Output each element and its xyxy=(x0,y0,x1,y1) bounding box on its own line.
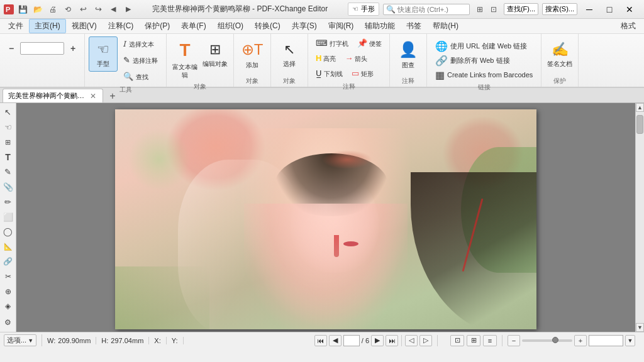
new-tab-btn[interactable]: + xyxy=(106,90,119,102)
edit-obj-btn[interactable]: ⊞ 编辑对象 xyxy=(201,36,230,72)
pdf-area[interactable] xyxy=(16,103,635,332)
qa-extra2[interactable]: ⊡ xyxy=(487,4,500,15)
menu-format[interactable]: 格式 xyxy=(615,19,641,33)
document-tab[interactable]: 完美世界柳神两个黄鹂鸣翠柳 ✕ xyxy=(3,89,103,102)
scroll-track[interactable] xyxy=(636,112,644,323)
zoom-out-status-btn[interactable]: − xyxy=(508,335,520,346)
zoom-out-btn[interactable]: − xyxy=(4,41,19,55)
qa-forward[interactable]: ▶ xyxy=(122,4,135,15)
tool-text[interactable]: T xyxy=(1,150,15,164)
select-options-btn[interactable]: 选项... ▼ xyxy=(4,334,36,346)
qa-redo[interactable]: ↪ xyxy=(92,4,104,15)
menu-bookmark[interactable]: 书签 xyxy=(401,19,427,33)
menu-home[interactable]: 主页(H) xyxy=(29,19,66,33)
prev-page-btn[interactable]: ◀ xyxy=(329,335,341,346)
menu-help[interactable]: 帮助(H) xyxy=(427,19,464,33)
select-note-icon: ✎ xyxy=(123,55,130,66)
menu-form[interactable]: 表单(F) xyxy=(175,19,211,33)
menu-organize[interactable]: 组织(O) xyxy=(212,19,249,33)
sign-doc-btn[interactable]: ✍ 签名文档 xyxy=(545,36,574,72)
zoom-dropdown-btn[interactable]: ▼ xyxy=(625,335,635,346)
tool-stamp[interactable]: ⊕ xyxy=(1,285,15,299)
menu-review[interactable]: 审阅(R) xyxy=(323,19,360,33)
qa-undo2[interactable]: ↩ xyxy=(77,4,89,15)
tool-annotate[interactable]: ✎ xyxy=(1,165,15,179)
qa-open[interactable]: 📂 xyxy=(31,4,44,15)
search-bar[interactable]: 搜索(S)... xyxy=(542,3,577,15)
tool-hand[interactable]: ☜ xyxy=(1,121,15,134)
tool-settings[interactable]: ⚙ xyxy=(1,315,15,329)
zoom-in-status-btn[interactable]: + xyxy=(574,335,587,346)
qa-undo1[interactable]: ⟲ xyxy=(62,4,74,15)
hand-tool-btn[interactable]: ☜ 手型 xyxy=(89,36,118,72)
right-scrollbar[interactable]: ▲ ▼ xyxy=(635,103,644,332)
single-page-btn[interactable]: ⊡ xyxy=(450,335,464,346)
tool-ellipse[interactable]: ◯ xyxy=(1,225,15,239)
minimize-button[interactable]: ─ xyxy=(581,3,597,16)
next-view-btn[interactable]: ▷ xyxy=(419,335,432,346)
zoom-in-btn[interactable]: + xyxy=(65,41,80,55)
tool-rect[interactable]: ⬜ xyxy=(1,210,15,224)
menu-file[interactable]: 文件 xyxy=(3,19,29,33)
qa-back[interactable]: ◀ xyxy=(107,4,119,15)
add-btn[interactable]: ⊕T 添加 xyxy=(238,36,267,72)
prev-view-btn[interactable]: ◁ xyxy=(405,335,418,346)
remove-all-btn[interactable]: 🔗 删除所有 Web 链接 xyxy=(431,53,537,67)
menu-protect[interactable]: 保护(P) xyxy=(139,19,175,33)
rich-text-btn[interactable]: T 富文本编辑 xyxy=(170,36,199,81)
menu-share[interactable]: 共享(S) xyxy=(286,19,323,33)
menu-accessibility[interactable]: 辅助功能 xyxy=(359,19,401,33)
sticky-icon: 📌 xyxy=(357,38,367,49)
maximize-button[interactable]: □ xyxy=(601,3,618,16)
next-page-btn[interactable]: ▶ xyxy=(371,335,384,346)
tool-link[interactable]: 🔗 xyxy=(1,255,15,268)
tool-draw[interactable]: ✏ xyxy=(1,195,15,209)
tab-close-btn[interactable]: ✕ xyxy=(90,92,96,101)
hand-mode[interactable]: ☜ 手形 xyxy=(348,3,379,16)
menu-comment[interactable]: 注释(C) xyxy=(103,19,140,33)
current-page-input[interactable]: 2 xyxy=(343,335,360,346)
arrow-btn[interactable]: → 箭头 xyxy=(341,52,371,66)
qa-extra1[interactable]: ⊞ xyxy=(474,4,486,15)
zoom-slider[interactable] xyxy=(522,339,572,342)
menu-convert[interactable]: 转换(C) xyxy=(249,19,286,33)
scroll-down-btn[interactable]: ▼ xyxy=(636,323,644,332)
quick-launch[interactable]: 🔍 xyxy=(383,4,470,15)
last-page-btn[interactable]: ⏭ xyxy=(386,335,398,346)
qa-save[interactable]: 💾 xyxy=(16,4,29,15)
scroll-thumb[interactable] xyxy=(636,115,643,134)
underline-btn[interactable]: U̲ 下划线 xyxy=(312,67,347,81)
tool-select-box[interactable]: ⊞ xyxy=(1,135,15,149)
select-btn[interactable]: ↖ 选择 xyxy=(275,36,304,72)
scroll-up-btn[interactable]: ▲ xyxy=(636,103,644,112)
y-coord: Y: xyxy=(172,337,184,344)
create-barcodes-btn[interactable]: ▦ Create Links from Barcodes xyxy=(431,68,537,82)
review-btn[interactable]: 👤 图查 xyxy=(394,36,423,72)
two-page-btn[interactable]: ⊞ xyxy=(467,335,480,346)
select-note-btn[interactable]: ✎ 选择注释 xyxy=(119,53,162,68)
tool-form[interactable]: ◈ xyxy=(1,300,15,314)
close-button[interactable]: ✕ xyxy=(621,3,638,16)
first-page-btn[interactable]: ⏮ xyxy=(314,335,327,346)
highlight-btn[interactable]: H 高亮 xyxy=(312,52,340,66)
find-label: 查找(F)... xyxy=(507,4,535,14)
tool-cursor[interactable]: ↖ xyxy=(1,106,15,119)
scroll-btn[interactable]: ≡ xyxy=(483,335,497,346)
select-text-btn[interactable]: 𝘐 选择文本 xyxy=(119,36,162,52)
hand-label: 手形 xyxy=(361,4,375,14)
typewriter-btn[interactable]: ⌨ 打字机 xyxy=(312,36,352,51)
add-label: 添加 xyxy=(246,61,258,69)
zoom-percent-input[interactable]: 140.67% xyxy=(589,335,623,346)
sticky-btn[interactable]: 📌 便签 xyxy=(353,36,386,51)
quick-launch-input[interactable] xyxy=(397,6,467,13)
tool-attach[interactable]: 📎 xyxy=(1,180,15,194)
menu-view[interactable]: 视图(V) xyxy=(66,19,103,33)
qa-print[interactable]: 🖨 xyxy=(47,4,59,15)
find-btn[interactable]: 🔍 查找 xyxy=(119,69,162,84)
tool-crop[interactable]: ✂ xyxy=(1,270,15,283)
tool-measure[interactable]: 📐 xyxy=(1,240,15,254)
create-url-btn[interactable]: 🌐 使用 URL 创建 Web 链接 xyxy=(431,39,537,53)
rect-btn[interactable]: ▭ 矩形 xyxy=(348,67,377,81)
zoom-input[interactable]: 140.67% xyxy=(20,42,64,55)
find-bar[interactable]: 查找(F)... xyxy=(504,3,538,15)
